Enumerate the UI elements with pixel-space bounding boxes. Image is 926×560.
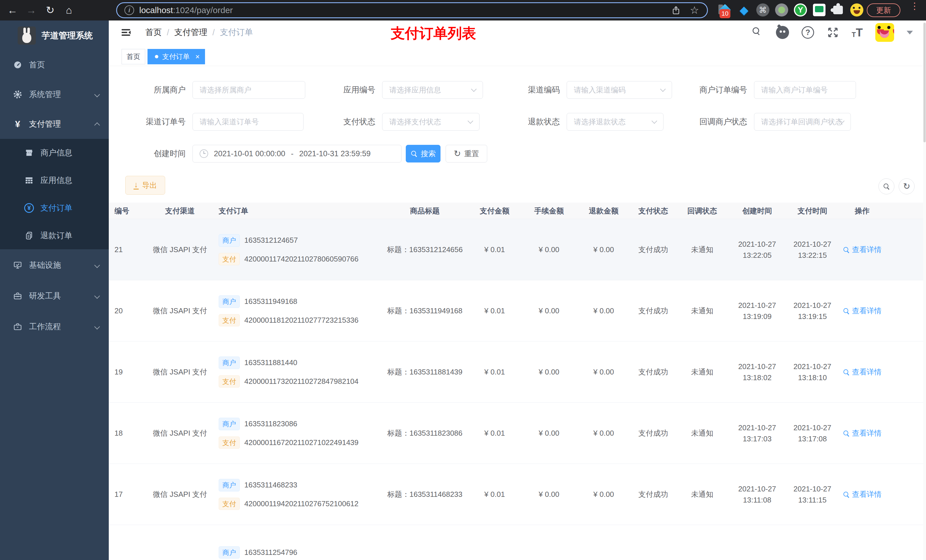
table-row[interactable]: 17 微信 JSAPI 支付 商户1635311468233 支付4200001… <box>109 464 926 525</box>
forward-icon[interactable]: → <box>25 4 38 16</box>
extensions-puzzle-icon[interactable] <box>831 3 845 17</box>
url-bar[interactable]: i localhost :1024/pay/order ☆ <box>116 2 708 18</box>
breadcrumb-home[interactable]: 首页 <box>145 27 162 38</box>
app-id-select[interactable]: 请选择应用信息 <box>382 81 483 99</box>
select-placeholder: 请选择支付状态 <box>389 117 441 127</box>
view-label: 查看详情 <box>852 367 882 377</box>
font-size-icon[interactable]: TT <box>852 27 863 38</box>
tab-pay-order[interactable]: 支付订单 × <box>147 49 205 64</box>
home-icon[interactable]: ⌂ <box>63 4 75 16</box>
sidebar-item-home[interactable]: 首页 <box>0 50 109 80</box>
toolbox-icon <box>12 291 23 301</box>
cell-fee: ¥ 0.00 <box>522 219 576 280</box>
export-button[interactable]: ↓ 导出 <box>125 176 165 195</box>
reload-icon[interactable]: ↻ <box>44 4 56 16</box>
time: 13:22:05 <box>743 251 772 260</box>
time: 13:18:10 <box>798 374 827 382</box>
scrollbar-thumb[interactable] <box>923 23 926 142</box>
channel-code-select[interactable]: 请输入渠道编码 <box>567 81 672 99</box>
cell-notify: 未通知 <box>675 341 729 403</box>
notify-status-select[interactable]: 请选择订单回调商户状态 <box>754 113 851 131</box>
table-row-partial[interactable]: 商户1635311254796 <box>109 525 926 560</box>
view-icon <box>843 369 850 376</box>
sidebar-item-dev-tools[interactable]: 研发工具 <box>0 281 109 311</box>
avatar-dropdown-caret-icon[interactable] <box>906 31 913 35</box>
table-row[interactable]: 21 微信 JSAPI 支付 商户1635312124657 支付4200001… <box>109 219 926 280</box>
view-detail-link[interactable]: 查看详情 <box>843 306 882 316</box>
close-icon[interactable]: × <box>195 52 200 61</box>
extension-icon-1[interactable]: 10 <box>718 3 732 17</box>
browser-menu-icon[interactable]: ⋮ <box>910 4 916 8</box>
cell-amount: ¥ 0.01 <box>468 341 522 403</box>
search-button[interactable]: 搜索 <box>406 145 440 163</box>
sidebar-subitem-merchant-info[interactable]: 商户信息 <box>0 139 109 166</box>
breadcrumb-payment[interactable]: 支付管理 <box>174 27 207 38</box>
site-info-icon[interactable]: i <box>124 5 134 15</box>
cell-notify: 未通知 <box>675 219 729 280</box>
sidebar-item-payment[interactable]: ¥ 支付管理 <box>0 109 109 139</box>
cell-title: 标题：1635311949168 <box>382 280 468 341</box>
back-icon[interactable]: ← <box>6 4 19 16</box>
extension-icon-6[interactable] <box>812 3 826 17</box>
browser-profile-avatar[interactable] <box>850 3 864 17</box>
sidebar-item-system[interactable]: 系统管理 <box>0 80 109 109</box>
filter-label: 退款状态 <box>484 116 560 127</box>
filter-notify-status: 回调商户状态 请选择订单回调商户状态 <box>669 113 851 131</box>
user-avatar[interactable] <box>875 23 894 42</box>
sidebar-item-label: 首页 <box>29 59 45 70</box>
cell-title: 标题：1635312124656 <box>382 219 468 280</box>
date: 2021-10-27 <box>794 240 831 248</box>
table-row[interactable]: 18 微信 JSAPI 支付 商户1635311823086 支付4200001… <box>109 403 926 464</box>
bookmark-star-icon[interactable]: ☆ <box>690 4 699 16</box>
pay-status-select[interactable]: 请选择支付状态 <box>382 113 480 131</box>
cell-notify: 未通知 <box>675 464 729 525</box>
view-label: 查看详情 <box>852 428 882 438</box>
sidebar-subitem-refund-order[interactable]: 退款订单 <box>0 222 109 249</box>
hide-search-button[interactable] <box>878 178 894 194</box>
url-path: :1024/pay/order <box>173 5 233 15</box>
sidebar-subitem-pay-order[interactable]: ¥ 支付订单 <box>0 194 109 222</box>
table-row[interactable]: 19 微信 JSAPI 支付 商户1635311881440 支付4200001… <box>109 341 926 403</box>
emoji-avatar-icon <box>850 3 863 17</box>
reset-button[interactable]: ↻ 重置 <box>446 145 487 163</box>
extension-icon-2[interactable]: ◆ <box>737 3 751 17</box>
github-icon[interactable] <box>776 26 789 39</box>
channel-order-no-input[interactable] <box>192 113 304 131</box>
extension-icon-5[interactable]: Y <box>793 3 808 17</box>
cell-pay-time: 2021-10-2713:22:15 <box>785 219 840 280</box>
breadcrumb: 首页 / 支付管理 / 支付订单 <box>145 21 253 44</box>
share-icon[interactable] <box>671 5 681 15</box>
cell-order-numbers: 商户1635311468233 支付4200001194202110276752… <box>211 464 382 525</box>
merchant-order-no: 1635311881440 <box>244 358 297 367</box>
merchant-order-no-input[interactable] <box>754 81 856 99</box>
sidebar-item-workflow[interactable]: 工作流程 <box>0 311 109 342</box>
fullscreen-icon[interactable] <box>827 26 839 39</box>
cell-actions: 查看详情 <box>840 403 885 464</box>
tab-label: 首页 <box>127 52 141 61</box>
pay-tag: 支付 <box>219 375 240 388</box>
refund-status-select[interactable]: 请选择退款状态 <box>567 113 663 131</box>
date-range-picker[interactable]: 2021-10-01 00:00:00 - 2021-10-31 23:59:5… <box>192 145 401 163</box>
merchant-filter-input[interactable] <box>192 81 305 99</box>
search-icon[interactable] <box>752 27 763 38</box>
view-detail-link[interactable]: 查看详情 <box>843 367 882 377</box>
extension-icon-4[interactable] <box>775 3 789 17</box>
tab-bar: 首页 支付订单 × <box>109 44 926 66</box>
sidebar-toggle-icon[interactable] <box>120 27 132 38</box>
sidebar-subitem-app-info[interactable]: 应用信息 <box>0 166 109 194</box>
extension-icon-3[interactable]: ⌘ <box>756 3 770 17</box>
col-amount: 支付金额 <box>468 202 522 219</box>
view-detail-link[interactable]: 查看详情 <box>843 489 882 500</box>
refresh-table-button[interactable]: ↻ <box>899 178 915 194</box>
update-button[interactable]: 更新 <box>867 3 900 17</box>
sidebar-item-infrastructure[interactable]: 基础设施 <box>0 250 109 281</box>
merchant-tag: 商户 <box>219 356 240 369</box>
table-row[interactable]: 20 微信 JSAPI 支付 商户1635311949168 支付4200001… <box>109 280 926 341</box>
col-notify: 回调状态 <box>675 202 729 219</box>
tab-home[interactable]: 首页 <box>122 49 145 64</box>
view-detail-link[interactable]: 查看详情 <box>843 428 882 438</box>
filter-label: 支付状态 <box>305 116 375 127</box>
help-icon[interactable]: ? <box>802 26 814 39</box>
window-scrollbar[interactable] <box>923 21 926 560</box>
view-detail-link[interactable]: 查看详情 <box>843 245 882 255</box>
